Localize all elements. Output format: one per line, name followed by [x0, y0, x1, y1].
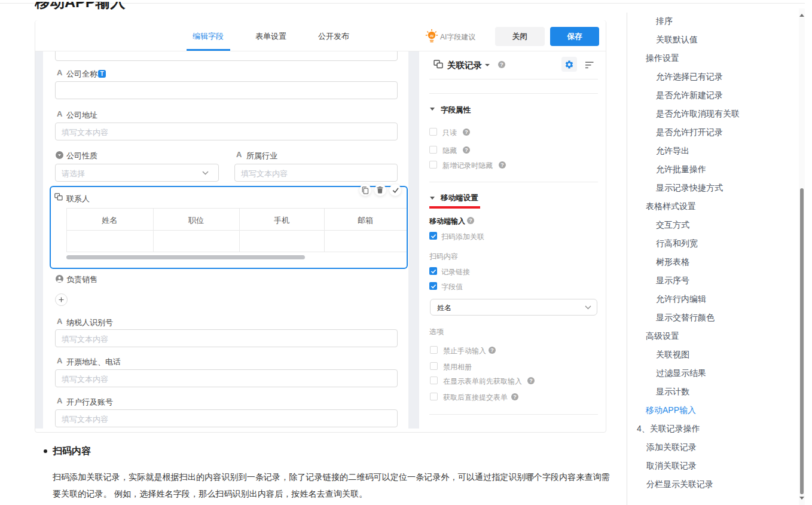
svg-text:AI: AI	[430, 34, 434, 38]
